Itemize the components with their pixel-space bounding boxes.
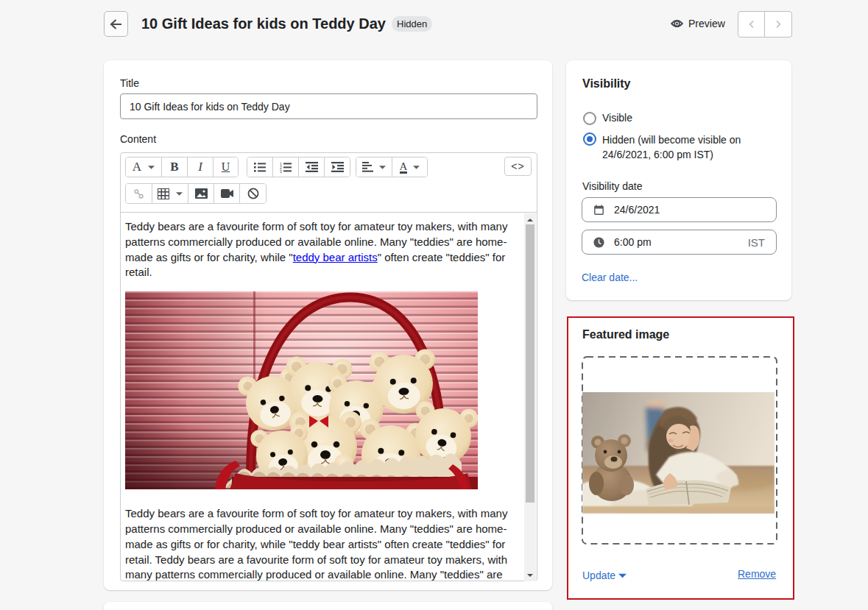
- svg-text:3: 3: [280, 169, 282, 173]
